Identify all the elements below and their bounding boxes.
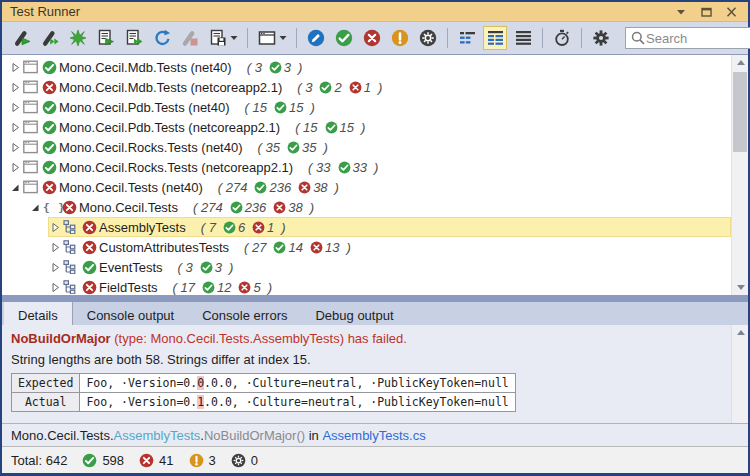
tree-row[interactable]: Mono.Cecil.Rocks.Tests (net40)( 3535) (8, 137, 731, 157)
node-type-icon-cell: { } (43, 201, 62, 214)
expander-collapsed-icon[interactable] (50, 222, 61, 233)
test-name: Mono.Cecil.Mdb.Tests (netcoreapp2.1) (59, 80, 282, 95)
view-grouped-button[interactable] (455, 26, 479, 50)
filter-edited-button[interactable] (304, 26, 328, 50)
status-failed-icon (349, 81, 362, 94)
tab-debug-output[interactable]: Debug output (301, 302, 407, 325)
maximize-button[interactable] (697, 4, 715, 19)
tree-row[interactable]: Mono.Cecil.Mdb.Tests (netcoreapp2.1)( 32… (8, 77, 731, 97)
expander[interactable] (48, 222, 63, 233)
expander-expanded-icon[interactable] (10, 182, 21, 193)
tree-row[interactable]: Mono.Cecil.Pdb.Tests (net40)( 1515) (8, 97, 731, 117)
expander[interactable] (8, 142, 23, 153)
status-warning-count: 3 (189, 453, 216, 468)
tree-row[interactable]: { }Mono.Cecil.Tests( 27423638) (28, 197, 731, 217)
details-panel: NoBuildOrMajor (type: Mono.Cecil.Tests.A… (2, 325, 748, 446)
view-list-button[interactable] (511, 26, 535, 50)
scroll-up-button[interactable] (732, 55, 749, 70)
status-failed-icon (42, 180, 57, 195)
expander-collapsed-icon[interactable] (50, 242, 61, 253)
run-test-list-button[interactable] (94, 26, 118, 50)
test-counts: ( 1515) (295, 120, 365, 135)
scroll-up-button[interactable] (732, 325, 748, 340)
stack-file-link[interactable]: AssemblyTests.cs (322, 428, 425, 443)
tab-console-errors[interactable]: Console errors (188, 302, 301, 325)
filter-failed-button[interactable] (360, 26, 384, 50)
status-failed-icon (238, 281, 251, 294)
expander-collapsed-icon[interactable] (50, 282, 61, 293)
stopwatch-button[interactable] (550, 26, 574, 50)
tree-row[interactable]: Mono.Cecil.Pdb.Tests (netcoreapp2.1)( 15… (8, 117, 731, 137)
tree-row[interactable]: FieldTests( 17125) (48, 277, 731, 295)
tab-details[interactable]: Details (4, 302, 73, 325)
expander[interactable] (48, 282, 63, 293)
filter-warning-button[interactable] (388, 26, 412, 50)
status-passed-icon (319, 81, 332, 94)
test-counts: ( 3333) (308, 160, 378, 175)
status-failed-count: 41 (139, 453, 173, 468)
tree-row[interactable]: Mono.Cecil.Rocks.Tests (netcoreapp2.1)( … (8, 157, 731, 177)
expander-expanded-icon[interactable] (30, 202, 41, 213)
close-button[interactable] (722, 4, 740, 19)
window-layout-button[interactable] (255, 26, 289, 50)
status-passed-icon (325, 121, 338, 134)
expander[interactable] (8, 182, 23, 193)
run-all-test-lists-button[interactable] (122, 26, 146, 50)
tree-row[interactable]: EventTests( 33) (48, 257, 731, 277)
node-status-cell (42, 80, 59, 95)
expander[interactable] (8, 102, 23, 113)
debug-test-icon (41, 29, 60, 47)
tree-row[interactable]: AssemblyTests( 761) (48, 217, 731, 237)
window-menu-button[interactable] (672, 4, 690, 19)
search-input[interactable] (646, 31, 750, 46)
view-grouped-icon (459, 31, 476, 45)
diff-row: ActualFoo, ·Version=0.1.0.0, ·Culture=ne… (12, 393, 516, 412)
expander-collapsed-icon[interactable] (10, 122, 21, 133)
expander[interactable] (8, 162, 23, 173)
tree-scrollbar[interactable] (731, 55, 748, 295)
tree-row[interactable]: Mono.Cecil.Tests (net40)( 27423638) (8, 177, 731, 197)
expander[interactable] (8, 62, 23, 73)
expander-collapsed-icon[interactable] (50, 262, 61, 273)
expander-collapsed-icon[interactable] (10, 62, 21, 73)
scroll-thumb[interactable] (733, 72, 747, 152)
status-passed-icon (273, 241, 286, 254)
stop-tests-button[interactable] (178, 26, 202, 50)
debug-tests-button[interactable] (38, 26, 62, 50)
details-scrollbar[interactable] (731, 325, 748, 423)
titlebar: Test Runner (2, 2, 748, 22)
expander[interactable] (8, 82, 23, 93)
status-failed-icon (82, 280, 97, 295)
node-status-cell (42, 100, 59, 115)
node-status-cell (82, 280, 99, 295)
splitter[interactable] (2, 295, 748, 302)
tree-row[interactable]: CustomAttributesTests( 271413) (48, 237, 731, 257)
scroll-down-button[interactable] (732, 280, 749, 295)
filter-passed-button[interactable] (332, 26, 356, 50)
refresh-icon (153, 29, 171, 47)
diff-row-value: Foo, ·Version=0.0.0.0, ·Culture=neutral,… (80, 374, 515, 393)
run-tests-button[interactable] (10, 26, 34, 50)
tab-console-output[interactable]: Console output (73, 302, 188, 325)
view-flat-button[interactable] (483, 26, 507, 50)
expander-collapsed-icon[interactable] (10, 102, 21, 113)
filter-notrun-button[interactable] (416, 26, 440, 50)
expander[interactable] (8, 122, 23, 133)
test-name: CustomAttributesTests (99, 240, 229, 255)
expander[interactable] (28, 202, 43, 213)
run-failed-tests-button[interactable] (66, 26, 90, 50)
settings-button[interactable] (589, 26, 613, 50)
expander[interactable] (48, 262, 63, 273)
stack-trace-line: Mono.Cecil.Tests.AssemblyTests.NoBuildOr… (2, 423, 748, 446)
expander-collapsed-icon[interactable] (10, 162, 21, 173)
tree-row[interactable]: Mono.Cecil.Mdb.Tests (net40)( 33) (8, 57, 731, 77)
search-icon (630, 30, 646, 46)
expander-collapsed-icon[interactable] (10, 142, 21, 153)
refresh-tests-button[interactable] (150, 26, 174, 50)
expander-collapsed-icon[interactable] (10, 82, 21, 93)
status-counts: 5984130 (82, 453, 258, 468)
save-results-button[interactable] (206, 26, 240, 50)
test-counts: ( 321) (297, 80, 382, 95)
node-type-icon-cell (23, 120, 42, 134)
expander[interactable] (48, 242, 63, 253)
